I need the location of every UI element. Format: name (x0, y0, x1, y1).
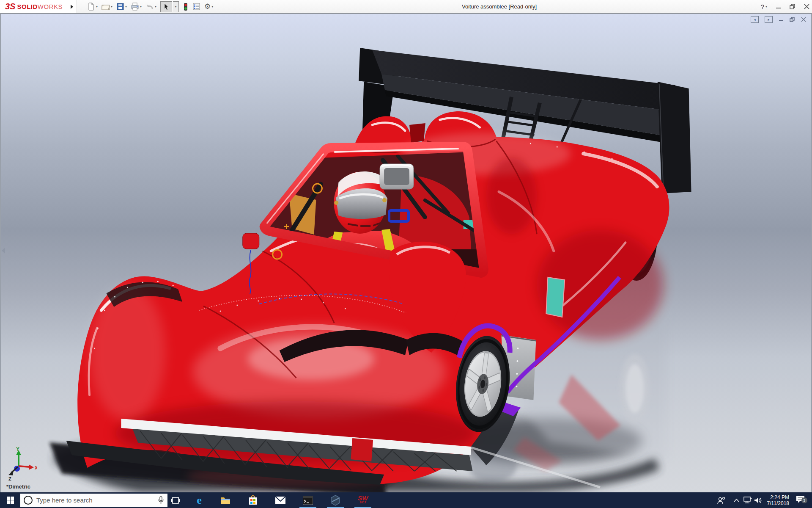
file-properties-icon (192, 3, 200, 11)
open-button[interactable]: ▾ (102, 3, 112, 11)
options-gear-icon: ⚙ (204, 2, 211, 11)
microphone-icon[interactable] (158, 496, 164, 505)
solidworks-logo: 3S SOLIDWORKS (0, 0, 67, 13)
chevron-up-icon (734, 499, 739, 502)
help-button[interactable]: ? ▾ (761, 3, 767, 10)
options-dropdown-caret[interactable]: ▾ (211, 5, 213, 8)
tray-time: 2:24 PM (770, 494, 789, 500)
open-folder-icon (102, 3, 110, 11)
helmet-visor (336, 188, 387, 219)
tray-date: 7/11/2018 (767, 500, 790, 506)
hidden-icons-button[interactable] (731, 492, 742, 508)
mail-icon (275, 497, 285, 504)
open-dropdown-caret[interactable]: ▾ (111, 5, 112, 8)
help-icon: ? (761, 3, 764, 10)
toolbar-flyout-button[interactable] (67, 0, 77, 13)
new-document-icon (87, 3, 95, 11)
edge-button[interactable]: e (189, 492, 209, 508)
people-icon (717, 497, 725, 504)
grille-center-post (351, 438, 373, 461)
document-restore-button[interactable] (790, 17, 795, 22)
print-icon (131, 3, 139, 11)
save-dropdown-caret[interactable]: ▾ (125, 5, 127, 8)
edge-icon: e (197, 494, 202, 507)
hexagon-app-icon (330, 495, 340, 506)
restore-button[interactable] (790, 4, 796, 9)
search-placeholder: Type here to search (36, 497, 158, 504)
print-dropdown-caret[interactable]: ▾ (140, 5, 142, 8)
task-view-button[interactable] (165, 492, 186, 508)
store-button[interactable] (243, 492, 263, 508)
select-dropdown-caret[interactable]: ▾ (173, 1, 179, 12)
close-button[interactable] (804, 4, 809, 9)
file-properties-button[interactable] (192, 3, 200, 11)
hexagon-app-button[interactable] (325, 492, 346, 508)
help-dropdown-caret[interactable]: ▾ (765, 5, 767, 8)
action-center-button[interactable]: 3 (793, 492, 808, 508)
side-mirror-pod[interactable] (243, 233, 259, 249)
file-explorer-button[interactable] (215, 492, 236, 508)
mail-button[interactable] (270, 492, 291, 508)
undo-icon (145, 3, 154, 11)
standard-toolbar: ▾ ▾ ▾ ▾ ▾ ▾ ⚙ (87, 0, 213, 13)
rebuild-button[interactable] (183, 3, 189, 11)
task-view-icon (171, 497, 180, 504)
tray-clock[interactable]: 2:24 PM 7/11/2018 (761, 492, 789, 508)
undo-button[interactable]: ▾ (145, 3, 156, 11)
triad-z-label: Z (8, 476, 11, 481)
orientation-triad: Y X Z (3, 445, 37, 484)
teal-side-vent[interactable] (546, 277, 565, 317)
solidworks-app-icon: SW 2017 (358, 496, 368, 505)
options-button[interactable]: ⚙ ▾ (204, 2, 213, 11)
next-pane-button[interactable]: ▸ (765, 16, 773, 23)
start-button[interactable] (0, 492, 20, 508)
solidworks-app-button[interactable]: SW 2017 (353, 492, 373, 508)
3d-scene[interactable] (1, 14, 811, 492)
save-floppy-icon (116, 3, 124, 11)
speaker-icon (754, 497, 762, 504)
title-bar: 3S SOLIDWORKS ▾ ▾ ▾ ▾ ▾ ▾ (0, 0, 812, 14)
file-explorer-icon (220, 496, 230, 504)
command-prompt-button[interactable] (298, 492, 318, 508)
rebuild-stoplight-icon (183, 3, 189, 11)
select-tool-button[interactable]: ▾ (160, 1, 179, 12)
triad-x-label: X (35, 465, 37, 470)
people-tray-button[interactable] (714, 492, 728, 508)
print-button[interactable]: ▾ (131, 3, 142, 11)
select-cursor-icon (163, 3, 170, 11)
select-tool-pressed[interactable] (160, 1, 172, 12)
window-controls: ? ▾ (761, 0, 809, 13)
flyout-arrow-icon (70, 4, 74, 9)
network-icon (743, 497, 752, 504)
view-orientation-label: *Dimetric (6, 483, 30, 490)
window-title: Voiture assomblee [Read-only] (462, 3, 537, 10)
document-minimize-button[interactable] (779, 17, 784, 22)
cortana-icon (24, 496, 33, 505)
solidworks-logo-mark: 3S (5, 2, 15, 11)
panel-collapse-arrow[interactable] (2, 248, 5, 254)
previous-pane-button[interactable]: ◂ (751, 16, 759, 23)
new-dropdown-caret[interactable]: ▾ (96, 5, 98, 8)
graphics-viewport[interactable]: ◂ ▸ (0, 14, 812, 492)
notification-badge: 3 (801, 497, 807, 503)
new-document-button[interactable]: ▾ (87, 3, 98, 11)
minimize-button[interactable] (776, 4, 781, 9)
taskbar-search[interactable]: Type here to search (20, 494, 167, 507)
command-prompt-icon (303, 496, 313, 505)
windows-logo-icon (7, 497, 14, 504)
rearview-mirror[interactable] (380, 164, 414, 189)
store-icon (248, 495, 258, 505)
save-button[interactable]: ▾ (116, 3, 127, 11)
document-window-controls: ◂ ▸ (751, 16, 806, 23)
undo-dropdown-caret[interactable]: ▾ (155, 5, 156, 8)
document-close-button[interactable] (801, 17, 806, 22)
windows-taskbar: Type here to search e (0, 492, 812, 508)
